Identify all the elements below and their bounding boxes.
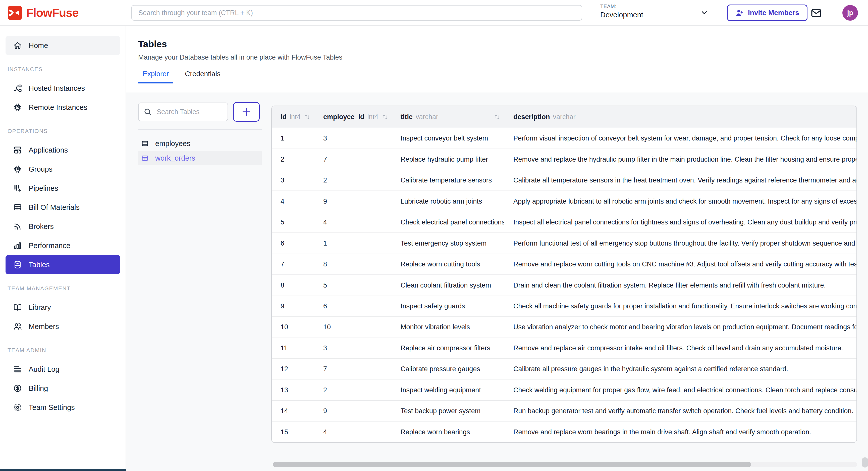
sidebar-item-label: Library bbox=[29, 303, 51, 312]
cell-description: Remove and replace worn cutting tools on… bbox=[504, 260, 857, 268]
cell-description: Remove and replace air compressor intake… bbox=[504, 344, 857, 352]
table-row[interactable]: 13 2 Inspect welding equipment Check wel… bbox=[272, 380, 857, 401]
sidebar-item-label: Applications bbox=[29, 146, 68, 154]
tab-credentials[interactable]: Credentials bbox=[180, 70, 225, 83]
sidebar-item-billing[interactable]: Billing bbox=[5, 379, 120, 398]
column-header-title[interactable]: title varchar bbox=[392, 113, 504, 121]
table-row[interactable]: 2 7 Replace hydraulic pump filter Remove… bbox=[272, 149, 857, 169]
add-table-button[interactable] bbox=[233, 102, 260, 122]
sidebar-item-tables[interactable]: Tables bbox=[5, 255, 120, 274]
cell-id: 11 bbox=[272, 344, 314, 352]
mini-table-icon bbox=[141, 154, 149, 162]
column-header-id[interactable]: id int4 bbox=[272, 113, 314, 121]
table-row[interactable]: 6 1 Test emergency stop system Perform f… bbox=[272, 233, 857, 253]
avatar[interactable]: jp bbox=[842, 5, 858, 21]
sidebar-section-team-admin: TEAM ADMIN bbox=[7, 347, 126, 354]
branch-nodes-icon bbox=[13, 84, 22, 93]
table-list-item-work-orders[interactable]: work_orders bbox=[138, 151, 262, 166]
cell-id: 9 bbox=[272, 302, 314, 310]
table-row[interactable]: 3 2 Calibrate temperature sensors Calibr… bbox=[272, 170, 857, 190]
flowfuse-logo-icon bbox=[7, 5, 22, 20]
topbar-divider bbox=[833, 6, 833, 20]
flowfuse-logo[interactable]: FlowFuse bbox=[7, 5, 79, 20]
table-row[interactable]: 14 9 Test backup power system Run backup… bbox=[272, 401, 857, 421]
cell-id: 3 bbox=[272, 176, 314, 184]
user-plus-icon bbox=[735, 8, 744, 17]
cell-employee-id: 3 bbox=[314, 344, 392, 352]
table-row[interactable]: 12 7 Calibrate pressure gauges Calibrate… bbox=[272, 358, 857, 379]
cell-title: Clean coolant filtration system bbox=[392, 282, 504, 289]
cell-employee-id: 1 bbox=[314, 239, 392, 247]
sidebar-item-members[interactable]: Members bbox=[5, 317, 120, 336]
sidebar-item-remote-instances[interactable]: Remote Instances bbox=[5, 98, 120, 117]
table-list-item-employees[interactable]: employees bbox=[138, 136, 262, 151]
sidebar-item-label: Bill Of Materials bbox=[29, 203, 80, 212]
sidebar-item-groups[interactable]: Groups bbox=[5, 159, 120, 179]
sidebar-item-brokers[interactable]: Brokers bbox=[5, 217, 120, 236]
cell-employee-id: 2 bbox=[314, 386, 392, 394]
template-blocks-icon bbox=[13, 146, 22, 154]
cell-id: 15 bbox=[272, 428, 314, 436]
table-list: employees work_orders bbox=[138, 136, 262, 166]
column-header-employee-id[interactable]: employee_id int4 bbox=[314, 113, 392, 121]
table-row[interactable]: 5 4 Check electrical panel connections I… bbox=[272, 212, 857, 233]
cell-description: Inspect all electrical panel connections… bbox=[504, 218, 857, 226]
cell-employee-id: 8 bbox=[314, 260, 392, 268]
team-search-input[interactable] bbox=[131, 5, 582, 21]
sidebar-item-label: Audit Log bbox=[29, 365, 60, 374]
page-head: Tables Manage your Database tables all i… bbox=[126, 26, 868, 92]
sidebar-item-pipelines[interactable]: Pipelines bbox=[5, 179, 120, 198]
sidebar-item-library[interactable]: Library bbox=[5, 298, 120, 317]
sidebar-item-audit-log[interactable]: Audit Log bbox=[5, 360, 120, 379]
tab-explorer[interactable]: Explorer bbox=[138, 70, 173, 83]
cell-description: Remove and replace the hydraulic pump fi… bbox=[504, 155, 857, 164]
sidebar-item-label: Hosted Instances bbox=[29, 84, 85, 92]
sidebar-item-home[interactable]: Home bbox=[5, 36, 120, 55]
rss-icon bbox=[13, 222, 22, 231]
table-name: work_orders bbox=[155, 154, 195, 163]
cell-id: 1 bbox=[272, 135, 314, 142]
cell-id: 5 bbox=[272, 218, 314, 226]
chevron-down-icon[interactable] bbox=[700, 8, 709, 17]
sort-icon[interactable] bbox=[303, 113, 311, 121]
horizontal-scrollbar-thumb[interactable] bbox=[273, 462, 751, 467]
cell-title: Lubricate robotic arm joints bbox=[392, 198, 504, 205]
cell-id: 13 bbox=[272, 386, 314, 394]
cell-description: Calibrate all pressure gauges in the hyd… bbox=[504, 365, 857, 373]
cell-employee-id: 3 bbox=[314, 135, 392, 142]
sidebar-item-applications[interactable]: Applications bbox=[5, 141, 120, 159]
cell-title: Replace hydraulic pump filter bbox=[392, 155, 504, 164]
chip-icon bbox=[13, 103, 22, 112]
cell-title: Inspect welding equipment bbox=[392, 386, 504, 394]
sidebar: Home INSTANCES Hosted Instances Remote I… bbox=[0, 26, 126, 471]
table-row[interactable]: 7 8 Replace worn cutting tools Remove an… bbox=[272, 254, 857, 274]
sidebar-item-label: Remote Instances bbox=[29, 103, 87, 112]
table-row[interactable]: 11 3 Replace air compressor filters Remo… bbox=[272, 337, 857, 358]
table-row[interactable]: 15 4 Replace worn bearings Remove and re… bbox=[272, 421, 857, 442]
table-header-row: id int4 employee_id int4 title varchar bbox=[272, 106, 857, 128]
table-row[interactable]: 9 6 Inspect safety guards Check all mach… bbox=[272, 296, 857, 317]
sidebar-item-bill-of-materials[interactable]: Bill Of Materials bbox=[5, 198, 120, 217]
two-users-icon bbox=[13, 322, 22, 331]
cell-id: 2 bbox=[272, 155, 314, 164]
mail-icon[interactable] bbox=[810, 7, 822, 19]
horizontal-scrollbar-track[interactable] bbox=[273, 462, 857, 467]
column-header-description[interactable]: description varchar bbox=[504, 113, 857, 121]
table-row[interactable]: 10 10 Monitor vibration levels Use vibra… bbox=[272, 317, 857, 337]
invite-members-button[interactable]: Invite Members bbox=[727, 4, 807, 21]
table-row[interactable]: 8 5 Clean coolant filtration system Drai… bbox=[272, 274, 857, 295]
sidebar-item-hosted-instances[interactable]: Hosted Instances bbox=[5, 79, 120, 98]
cell-title: Test emergency stop system bbox=[392, 239, 504, 247]
lines-icon bbox=[13, 365, 22, 374]
sidebar-item-performance[interactable]: Performance bbox=[5, 236, 120, 255]
sidebar-item-team-settings[interactable]: Team Settings bbox=[5, 398, 120, 417]
table-row[interactable]: 1 3 Inspect conveyor belt system Perform… bbox=[272, 128, 857, 149]
panel-divider bbox=[138, 129, 262, 130]
table-row[interactable]: 4 9 Lubricate robotic arm joints Apply a… bbox=[272, 190, 857, 211]
sort-icon[interactable] bbox=[381, 113, 389, 121]
gear-icon bbox=[13, 403, 22, 412]
team-selector[interactable]: TEAM: Development bbox=[600, 3, 643, 19]
sort-icon[interactable] bbox=[493, 113, 501, 121]
database-icon bbox=[13, 260, 22, 269]
sidebar-section-operations: OPERATIONS bbox=[7, 128, 126, 135]
